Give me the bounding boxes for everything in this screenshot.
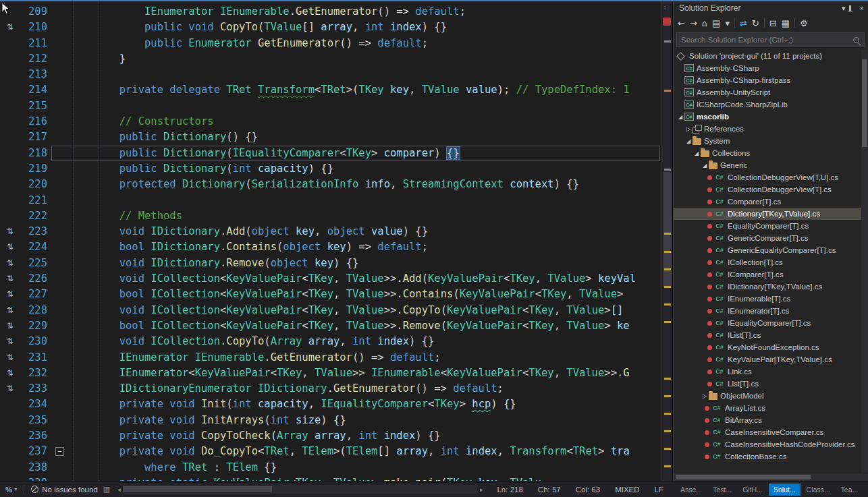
tree-item[interactable]: C#CaseInsensitiveComparer.cs: [674, 426, 868, 438]
tree-item[interactable]: Solution 'project-gui' (11 of 11 project…: [674, 50, 868, 62]
code-line[interactable]: 219public Dictionary(int capacity) {}: [0, 161, 661, 177]
line-ending-indicator[interactable]: LF: [655, 486, 663, 494]
home-icon[interactable]: ⌂: [702, 18, 707, 28]
tree-item[interactable]: C#KeyValuePair[TKey,TValue].cs: [674, 353, 868, 366]
tree-item[interactable]: C#CollectionDebuggerView[T].cs: [674, 183, 868, 196]
code-line[interactable]: 237−private void Do_CopyTo<TRet, TElem>(…: [0, 444, 661, 459]
tree-item[interactable]: C#KeyNotFoundException.cs: [674, 341, 868, 353]
reference-arrows-icon[interactable]: ⇅: [0, 366, 20, 381]
tree-item[interactable]: ▷ObjectModel: [674, 390, 868, 402]
tree-item[interactable]: C#CollectionBase.cs: [674, 450, 868, 463]
code-line[interactable]: 213: [0, 67, 661, 82]
code-line[interactable]: 217public Dictionary() {}: [0, 129, 661, 145]
tree-item[interactable]: C#IDictionary[TKey,TValue].cs: [674, 281, 868, 293]
code-line[interactable]: 235private void InitArrays(int size) {}: [0, 413, 661, 428]
tree-item[interactable]: C#ArrayList.cs: [674, 402, 868, 414]
tool-window-tab[interactable]: Solut...: [769, 484, 801, 496]
tree-horizontal-scrollbar[interactable]: [674, 473, 868, 481]
tree-item[interactable]: C#Comparer[T].cs: [674, 196, 868, 208]
code-line[interactable]: ⇅232IEnumerator<KeyValuePair<TKey, TValu…: [0, 366, 661, 381]
code-line[interactable]: ⇅210public void CopyTo(TValue[] array, i…: [0, 20, 661, 35]
collapse-all-icon[interactable]: ⊟: [769, 18, 777, 28]
code-line[interactable]: ⇅223void IDictionary.Add(object key, obj…: [0, 224, 661, 239]
tree-item[interactable]: C#ICollection[T].cs: [674, 256, 868, 268]
forward-icon[interactable]: →: [690, 18, 697, 28]
tree-item[interactable]: ▷References: [674, 123, 868, 135]
tree-item[interactable]: C#GenericEqualityComparer[T].cs: [674, 244, 868, 256]
chevron-expanded-icon[interactable]: ◢: [701, 163, 709, 169]
reference-arrows-icon[interactable]: ⇅: [0, 224, 20, 239]
reference-arrows-icon[interactable]: ⇅: [0, 239, 20, 255]
tree-item[interactable]: ◢C#mscorlib: [674, 111, 868, 123]
scroll-right-icon[interactable]: ▸: [478, 486, 485, 493]
tree-scrollbar-thumb[interactable]: [862, 59, 867, 147]
tree-hscrollbar-thumb[interactable]: [676, 475, 811, 479]
code-line[interactable]: ⇅226void ICollection<KeyValuePair<TKey, …: [0, 271, 661, 287]
chevron-collapsed-icon[interactable]: ▷: [701, 393, 709, 399]
views-dropdown-icon[interactable]: ▾: [725, 18, 730, 28]
code-line[interactable]: ⇅230void ICollection.CopyTo(Array array,…: [0, 334, 661, 349]
reference-arrows-icon[interactable]: ⇅: [0, 350, 20, 366]
reference-arrows-icon[interactable]: ⇅: [0, 287, 20, 302]
code-line[interactable]: ⇅229bool ICollection<KeyValuePair<TKey, …: [0, 318, 661, 334]
window-position-icon[interactable]: ▾: [842, 4, 846, 12]
close-icon[interactable]: ×: [860, 4, 864, 12]
editor-vertical-scrollbar[interactable]: ⁞: [661, 0, 672, 481]
code-line[interactable]: 236private void CopyToCheck(Array array,…: [0, 428, 661, 444]
reference-arrows-icon[interactable]: ⇅: [0, 20, 20, 35]
editor-horizontal-scrollbar[interactable]: ◂ ▸: [115, 485, 485, 494]
indentation-indicator[interactable]: MIXED: [615, 486, 639, 494]
tree-item[interactable]: C#IEnumerator[T].cs: [674, 305, 868, 317]
code-line[interactable]: ⇅225void IDictionary.Remove(object key) …: [0, 256, 661, 271]
reference-arrows-icon[interactable]: ⇅: [0, 256, 20, 271]
tree-item[interactable]: ◢Generic: [674, 159, 868, 171]
code-line[interactable]: 215: [0, 98, 661, 114]
code-line[interactable]: ⇅233IDictionaryEnumerator IDictionary.Ge…: [0, 381, 661, 397]
tree-item[interactable]: C#Link.cs: [674, 366, 868, 378]
reference-arrows-icon[interactable]: ⇅: [0, 303, 20, 318]
tree-item[interactable]: ◢System: [674, 135, 868, 147]
code-line[interactable]: 211public Enumerator GetEnumerator() => …: [0, 36, 661, 51]
tree-item[interactable]: C#GenericComparer[T].cs: [674, 232, 868, 244]
search-input[interactable]: [677, 36, 853, 44]
document-health-error-indicator[interactable]: [663, 18, 671, 26]
chevron-expanded-icon[interactable]: ◢: [684, 138, 693, 144]
tree-vertical-scrollbar[interactable]: [861, 50, 868, 473]
code-line[interactable]: 222// Methods: [0, 208, 661, 224]
reference-arrows-icon[interactable]: ⇅: [0, 381, 20, 397]
tree-item[interactable]: C#ICSharpCode.SharpZipLib: [674, 98, 868, 111]
tree-item[interactable]: C#IList[T].cs: [674, 329, 868, 341]
tree-item[interactable]: C#Assembly-CSharp: [674, 62, 868, 74]
tree-item[interactable]: C#IComparer[T].cs: [674, 268, 868, 281]
tool-window-tab[interactable]: Tea...: [836, 484, 863, 496]
code-line[interactable]: ⇅228void ICollection<KeyValuePair<TKey, …: [0, 303, 661, 318]
code-line[interactable]: ⇅231IEnumerator IEnumerable.GetEnumerato…: [0, 350, 661, 366]
tree-item[interactable]: C#Assembly-UnityScript: [674, 86, 868, 98]
tool-window-tab[interactable]: Asse...: [676, 484, 707, 496]
refresh-icon[interactable]: ↻: [752, 18, 759, 28]
tree-item[interactable]: C#IEqualityComparer[T].cs: [674, 317, 868, 329]
code-line[interactable]: 234private void Init(int capacity, IEqua…: [0, 397, 661, 412]
line-indicator[interactable]: Ln: 218: [497, 486, 522, 494]
reference-arrows-icon[interactable]: ⇅: [0, 334, 20, 349]
hscroll-thumb[interactable]: [123, 486, 272, 492]
code-line[interactable]: 209IEnumerator IEnumerable.GetEnumerator…: [0, 4, 661, 20]
tree-item[interactable]: C#List[T].cs: [674, 378, 868, 390]
switch-views-icon[interactable]: ▤: [712, 18, 720, 28]
chevron-collapsed-icon[interactable]: ▷: [684, 126, 693, 132]
code-line[interactable]: 218public Dictionary(IEqualityComparer<T…: [0, 146, 661, 161]
code-line[interactable]: ⇅224bool IDictionary.Contains(object key…: [0, 239, 661, 255]
tree-item[interactable]: C#CaseInsensitiveHashCodeProvider.cs: [674, 438, 868, 450]
tool-window-tab[interactable]: Test...: [708, 484, 736, 496]
tree-item[interactable]: C#Assembly-CSharp-firstpass: [674, 74, 868, 86]
issues-indicator[interactable]: No issues found: [26, 486, 103, 494]
tree-item[interactable]: C#EqualityComparer[T].cs: [674, 220, 868, 232]
character-indicator[interactable]: Ch: 57: [538, 486, 561, 494]
chevron-expanded-icon[interactable]: ◢: [676, 114, 684, 120]
code-editor[interactable]: 209IEnumerator IEnumerable.GetEnumerator…: [0, 0, 673, 481]
tree-item[interactable]: C#Dictionary[TKey,TValue].cs: [674, 208, 868, 220]
code-line[interactable]: 238where TRet : TElem {}: [0, 460, 661, 475]
code-line[interactable]: 239private static KeyValuePair<TKey, TVa…: [0, 475, 661, 481]
sync-with-active-document-icon[interactable]: ⇄: [740, 18, 747, 28]
hscroll-track[interactable]: [123, 485, 478, 494]
